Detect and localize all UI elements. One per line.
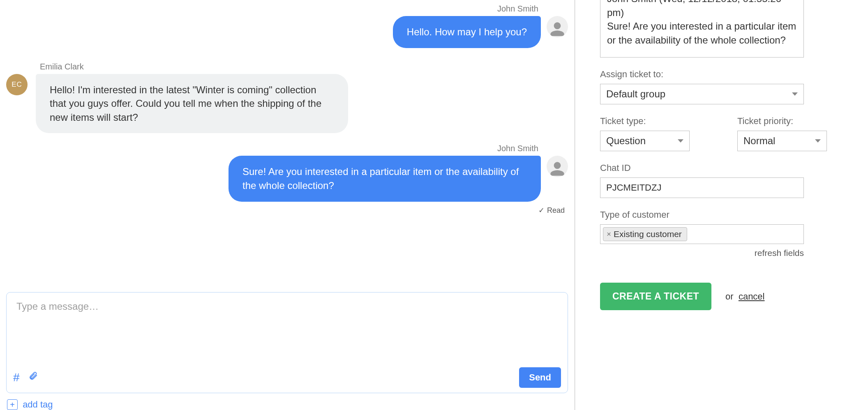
ticket-priority-label: Ticket priority:	[737, 116, 852, 127]
customer-type-label: Type of customer	[600, 210, 852, 220]
refresh-fields-link[interactable]: refresh fields	[600, 248, 804, 258]
add-tag-link[interactable]: add tag	[23, 399, 53, 410]
customer-type-input[interactable]: × Existing customer	[600, 224, 804, 244]
chat-pane: John Smith Hello. How may I help you? Em…	[0, 0, 575, 410]
message-bubble: Sure! Are you interested in a particular…	[229, 156, 541, 201]
hash-icon[interactable]: #	[13, 371, 20, 384]
ticket-priority-select[interactable]: Normal	[737, 131, 827, 151]
chevron-down-icon	[678, 139, 683, 143]
transcript-body: Sure! Are you interested in a particular…	[607, 19, 797, 47]
chat-id-input[interactable]	[600, 177, 804, 198]
chip-label: Existing customer	[614, 229, 682, 239]
message-block: Emilia Clark EC Hello! I'm interested in…	[6, 62, 568, 134]
chevron-down-icon	[792, 92, 798, 96]
assign-select[interactable]: Default group	[600, 84, 804, 104]
message-input[interactable]	[7, 293, 568, 363]
assign-value: Default group	[606, 88, 665, 100]
message-row: EC Hello! I'm interested in the latest "…	[6, 74, 568, 134]
ticket-priority-field: Ticket priority: Normal	[737, 116, 852, 151]
customer-type-chip: × Existing customer	[603, 227, 687, 241]
message-block: John Smith Sure! Are you interested in a…	[6, 144, 568, 214]
create-ticket-button[interactable]: CREATE A TICKET	[600, 283, 711, 310]
ticket-type-select[interactable]: Question	[600, 131, 690, 151]
assign-label: Assign ticket to:	[600, 69, 852, 80]
customer-type-field: Type of customer × Existing customer ref…	[600, 210, 852, 258]
attachment-icon[interactable]	[29, 371, 38, 384]
transcript-box[interactable]: John Smith (Wed, 12/12/2018, 01:55:26 pm…	[600, 0, 804, 58]
transcript-header: John Smith (Wed, 12/12/2018, 01:55:26 pm…	[607, 0, 797, 19]
message-sender: John Smith	[6, 144, 538, 153]
message-composer: # Send	[6, 292, 568, 393]
assign-field: Assign ticket to: Default group	[600, 69, 852, 104]
ticket-type-field: Ticket type: Question	[600, 116, 714, 151]
message-bubble: Hello! I'm interested in the latest "Win…	[36, 74, 348, 134]
chat-id-label: Chat ID	[600, 163, 852, 173]
avatar-initials: EC	[6, 74, 28, 95]
message-block: John Smith Hello. How may I help you?	[6, 4, 568, 48]
person-icon	[549, 21, 566, 37]
read-status: ✓Read	[6, 206, 565, 215]
add-tag-row: + add tag	[6, 393, 568, 410]
cancel-link[interactable]: cancel	[739, 291, 765, 302]
ticket-actions: CREATE A TICKET or cancel	[600, 283, 852, 310]
message-bubble: Hello. How may I help you?	[393, 16, 541, 48]
ticket-type-label: Ticket type:	[600, 116, 714, 127]
message-row: Hello. How may I help you?	[6, 16, 568, 48]
avatar-agent	[547, 16, 568, 37]
ticket-type-value: Question	[606, 135, 646, 147]
chat-id-field: Chat ID	[600, 163, 852, 198]
add-tag-button[interactable]: +	[7, 399, 18, 410]
chip-remove-icon[interactable]: ×	[607, 230, 611, 239]
message-sender: Emilia Clark	[40, 62, 568, 71]
send-button[interactable]: Send	[519, 367, 561, 388]
or-label: or	[725, 291, 734, 302]
composer-toolbar: # Send	[7, 363, 568, 393]
read-label: Read	[547, 206, 565, 214]
message-list: John Smith Hello. How may I help you? Em…	[6, 4, 568, 290]
check-icon: ✓	[538, 206, 545, 214]
type-priority-row: Ticket type: Question Ticket priority: N…	[600, 116, 852, 151]
ticket-priority-value: Normal	[743, 135, 775, 147]
message-row: Sure! Are you interested in a particular…	[6, 156, 568, 201]
ticket-pane: John Smith (Wed, 12/12/2018, 01:55:26 pm…	[575, 0, 868, 410]
cancel-row: or cancel	[725, 291, 764, 302]
avatar-agent	[547, 156, 568, 177]
person-icon	[549, 161, 566, 177]
message-sender: John Smith	[6, 4, 538, 14]
chevron-down-icon	[815, 139, 821, 143]
